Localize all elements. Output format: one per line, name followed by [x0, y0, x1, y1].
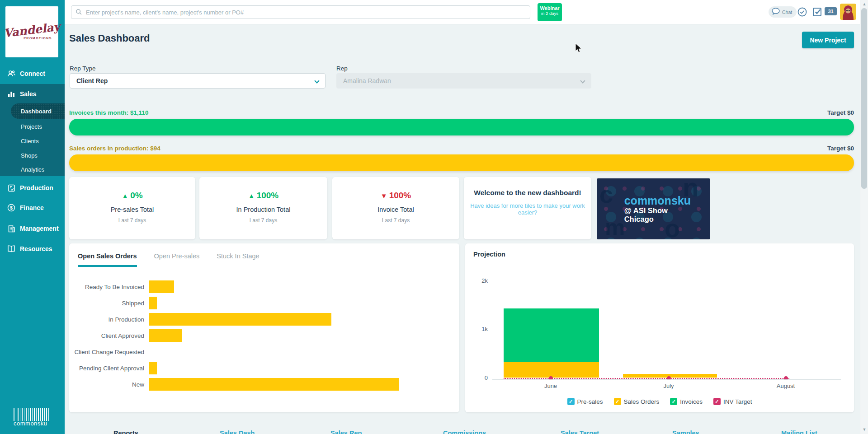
bar-track — [149, 344, 459, 360]
sidebar-item-clients[interactable]: Clients — [0, 134, 65, 148]
invoices-progress-bar[interactable] — [69, 119, 854, 135]
bar-client-approved[interactable] — [149, 329, 182, 342]
invoices-target-label: Target $0 — [827, 109, 854, 116]
tab-open-sales-orders[interactable]: Open Sales Orders — [78, 252, 137, 267]
bar-in-production[interactable] — [149, 313, 331, 326]
scroll-up-icon[interactable]: ▲ — [860, 2, 868, 6]
footer-link-samples[interactable]: Samples — [672, 429, 699, 434]
trend-value: ▲100% — [199, 191, 327, 201]
commonsku-logo[interactable]: commonsku — [14, 408, 50, 427]
up-arrow-icon: ▲ — [248, 192, 255, 200]
tasks-checkbox-icon[interactable] — [812, 7, 822, 19]
footer-link-sales-target[interactable]: Sales Target — [561, 429, 599, 434]
stat-card-title: Invoice Total — [332, 206, 459, 213]
feedback-link[interactable]: Have ideas for more tiles to make your w… — [464, 202, 591, 216]
sidebar-item-management[interactable]: Management — [0, 220, 65, 237]
footer-link-reports[interactable]: Reports — [113, 429, 138, 434]
commonsku-event-banner[interactable]: c n o m commonsku @ ASI Show Chicago — [597, 178, 710, 239]
rep-type-select[interactable]: Client Rep — [70, 73, 326, 89]
sidebar: Vandelay PROMOTIONS Connect Sales — [0, 0, 65, 434]
legend-invoices[interactable]: ✓ Invoices — [670, 398, 703, 405]
user-avatar[interactable] — [840, 4, 856, 20]
bar-pending-client-approval[interactable] — [149, 362, 157, 374]
sidebar-item-production[interactable]: Production — [0, 180, 65, 196]
footer-link-sales-dash[interactable]: Sales Dash — [220, 429, 255, 434]
segment-sales-orders[interactable] — [504, 362, 599, 378]
sidebar-item-resources[interactable]: Resources — [0, 241, 65, 257]
legend-sales-orders[interactable]: ✓ Sales Orders — [614, 398, 660, 405]
checkbox-checked-icon[interactable]: ✓ — [567, 398, 575, 405]
people-icon — [7, 69, 16, 78]
sidebar-item-connect[interactable]: Connect — [0, 65, 65, 82]
stat-card-invoice[interactable]: ▼100% Invoice Total Last 7 days — [332, 177, 459, 239]
sidebar-item-label: Resources — [20, 245, 52, 252]
bar-track — [149, 295, 459, 311]
chart-row: Shipped — [69, 295, 459, 311]
bar-ready-to-be-invoiced[interactable] — [149, 280, 174, 293]
bar-track — [149, 279, 459, 295]
bar-track — [149, 376, 459, 392]
sidebar-item-dashboard[interactable]: Dashboard — [11, 103, 65, 119]
chevron-down-icon — [314, 78, 319, 83]
stat-card-in-production[interactable]: ▲100% In Production Total Last 7 days — [199, 177, 327, 239]
checkbox-checked-icon[interactable]: ✓ — [670, 398, 677, 405]
stat-card-presales[interactable]: ▲0% Pre-sales Total Last 7 days — [69, 177, 195, 239]
legend-label: Invoices — [680, 398, 703, 405]
stat-card-period: Last 7 days — [199, 217, 327, 224]
trend-percent: 100% — [389, 191, 411, 200]
legend-pre-sales[interactable]: ✓ Pre-sales — [567, 398, 603, 405]
stat-card-title: In Production Total — [199, 206, 327, 213]
stat-card-title: Pre-sales Total — [69, 206, 195, 213]
sidebar-item-label: Management — [20, 225, 59, 232]
svg-text:$: $ — [10, 205, 13, 210]
bar-track — [149, 360, 459, 376]
vertical-scrollbar[interactable]: ▲ ▼ — [860, 0, 868, 434]
rep-value: Amalina Radwan — [343, 77, 391, 84]
sidebar-item-shops[interactable]: Shops — [0, 148, 65, 163]
scrollbar-thumb[interactable] — [861, 8, 867, 189]
trend-percent: 100% — [257, 191, 279, 200]
inv-target-line — [504, 378, 789, 379]
projection-panel: Projection 2k 1k 0 June July — [465, 243, 854, 412]
checkbox-checked-icon[interactable]: ✓ — [713, 398, 721, 405]
search-icon — [75, 9, 82, 17]
new-project-button[interactable]: New Project — [802, 32, 854, 48]
footer-link-mailing-list[interactable]: Mailing List — [781, 429, 817, 434]
x-axis-line — [492, 379, 841, 380]
search-input[interactable] — [71, 5, 530, 19]
notification-count-badge[interactable]: 31 — [825, 7, 837, 15]
sales-orders-progress-bar[interactable] — [69, 154, 854, 171]
sidebar-item-projects[interactable]: Projects — [0, 119, 65, 134]
sidebar-item-finance[interactable]: $ Finance — [0, 200, 65, 216]
legend-label: INV Target — [723, 398, 752, 405]
page-title: Sales Dashboard — [69, 33, 150, 44]
check-circle-icon[interactable] — [797, 7, 807, 19]
trend-value: ▼100% — [332, 191, 459, 201]
stacked-bar-june[interactable] — [504, 308, 599, 378]
bar-shipped[interactable] — [149, 297, 157, 309]
chat-button[interactable]: Chat — [769, 6, 797, 18]
rep-select[interactable]: Amalina Radwan — [336, 73, 591, 89]
category-label: Client Change Requested — [69, 349, 149, 355]
webinar-badge[interactable]: Webinar in 2 days — [538, 3, 562, 21]
segment-invoices[interactable] — [504, 308, 599, 362]
scroll-down-icon[interactable]: ▼ — [860, 427, 868, 432]
footer-link-commissions[interactable]: Commissions — [443, 429, 486, 434]
tab-open-pre-sales[interactable]: Open Pre-sales — [154, 252, 200, 267]
sidebar-subitem-label: Projects — [21, 123, 42, 130]
chart-row: In Production — [69, 311, 459, 327]
rep-type-value: Client Rep — [76, 77, 108, 84]
footer-link-sales-rep[interactable]: Sales Rep — [330, 429, 362, 434]
down-arrow-icon: ▼ — [381, 192, 387, 200]
legend-inv-target[interactable]: ✓ INV Target — [713, 398, 752, 405]
sidebar-subitem-label: Shops — [21, 152, 38, 159]
bar-new[interactable] — [149, 378, 399, 391]
rep-label: Rep — [336, 65, 348, 72]
checkbox-checked-icon[interactable]: ✓ — [614, 398, 621, 405]
sidebar-item-analytics[interactable]: Analytics — [0, 162, 65, 177]
bar-track — [149, 327, 459, 344]
sidebar-item-label: Sales — [20, 90, 37, 98]
tab-stuck-in-stage[interactable]: Stuck In Stage — [217, 252, 259, 267]
sidebar-item-sales[interactable]: Sales — [0, 86, 65, 102]
company-logo[interactable]: Vandelay PROMOTIONS — [5, 6, 58, 57]
